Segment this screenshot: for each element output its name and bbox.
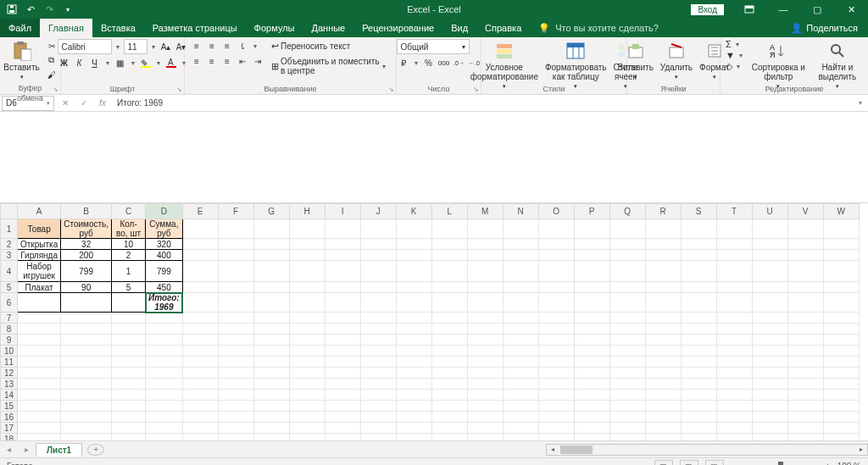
cell[interactable] [823, 379, 859, 390]
cell[interactable] [396, 412, 431, 423]
row-header[interactable]: 9 [1, 335, 18, 346]
cell[interactable] [787, 219, 823, 239]
cell[interactable] [289, 357, 325, 368]
cell[interactable] [503, 261, 538, 282]
cell[interactable] [716, 368, 752, 379]
cell[interactable] [467, 401, 503, 412]
cell[interactable] [218, 261, 253, 282]
cell[interactable] [467, 335, 503, 346]
col-header[interactable]: H [289, 204, 325, 219]
tab-review[interactable]: Рецензирование [353, 19, 442, 37]
underline-button[interactable]: Ч [88, 56, 102, 69]
cell[interactable] [823, 357, 859, 368]
cell[interactable] [787, 250, 823, 261]
cell[interactable] [752, 293, 787, 313]
orientation-icon[interactable]: ⤹ [236, 39, 249, 53]
cell[interactable] [218, 250, 253, 261]
cell[interactable] [467, 250, 503, 261]
merge-center-button[interactable]: ⊞ Объединить и поместить в центре ▾ [268, 55, 391, 77]
cell[interactable] [681, 313, 716, 324]
cell[interactable] [467, 423, 503, 434]
cell[interactable] [325, 423, 360, 434]
cell[interactable] [61, 313, 112, 324]
row-header[interactable]: 16 [1, 412, 18, 423]
cell[interactable] [360, 324, 396, 335]
cell[interactable] [431, 423, 467, 434]
cell[interactable] [396, 357, 431, 368]
cell[interactable] [574, 412, 609, 423]
cell[interactable]: 200 [61, 250, 112, 261]
cell[interactable] [787, 261, 823, 282]
cell[interactable] [645, 379, 681, 390]
row-header[interactable]: 15 [1, 401, 18, 412]
cell[interactable]: Плакат [18, 282, 61, 293]
cell[interactable] [716, 346, 752, 357]
col-header[interactable]: B [61, 204, 112, 219]
cell[interactable] [218, 282, 253, 293]
cell[interactable] [61, 412, 112, 423]
cell[interactable] [325, 324, 360, 335]
cell[interactable] [609, 401, 645, 412]
cell[interactable] [18, 324, 61, 335]
cell[interactable] [112, 335, 146, 346]
col-header[interactable]: D [146, 204, 183, 219]
cell[interactable] [182, 313, 218, 324]
cell[interactable] [360, 401, 396, 412]
page-break-view-icon[interactable]: ▤ [705, 460, 724, 466]
cell[interactable] [716, 313, 752, 324]
cell[interactable] [787, 401, 823, 412]
cell[interactable] [18, 401, 61, 412]
cell[interactable] [18, 379, 61, 390]
cell[interactable] [538, 390, 574, 401]
cell[interactable] [253, 250, 289, 261]
cell[interactable] [823, 324, 859, 335]
cell[interactable] [431, 379, 467, 390]
cell[interactable] [325, 401, 360, 412]
col-header[interactable]: O [538, 204, 574, 219]
cell[interactable] [112, 390, 146, 401]
cell[interactable] [396, 368, 431, 379]
cell[interactable] [574, 346, 609, 357]
cell[interactable] [431, 239, 467, 250]
cell[interactable] [431, 434, 467, 441]
col-header[interactable]: A [18, 204, 61, 219]
cell[interactable] [289, 390, 325, 401]
row-header[interactable]: 11 [1, 357, 18, 368]
cell[interactable] [467, 346, 503, 357]
cell[interactable] [645, 390, 681, 401]
cell[interactable] [681, 357, 716, 368]
cell[interactable] [146, 379, 183, 390]
minimize-icon[interactable]: — [766, 0, 800, 19]
normal-view-icon[interactable]: ▦ [654, 460, 673, 466]
cell[interactable] [823, 423, 859, 434]
row-header[interactable]: 18 [1, 434, 18, 441]
cell[interactable] [61, 379, 112, 390]
cell[interactable] [787, 313, 823, 324]
cell[interactable] [360, 313, 396, 324]
cell[interactable] [182, 282, 218, 293]
cell[interactable] [823, 282, 859, 293]
cell[interactable] [716, 390, 752, 401]
cell[interactable] [467, 379, 503, 390]
cell[interactable] [716, 412, 752, 423]
cell[interactable] [574, 390, 609, 401]
cell[interactable] [609, 313, 645, 324]
cell[interactable] [431, 412, 467, 423]
tell-me[interactable]: 💡 Что вы хотите сделать? [530, 19, 667, 37]
cell[interactable] [431, 357, 467, 368]
cell[interactable] [289, 293, 325, 313]
zoom-in-icon[interactable]: + [826, 462, 831, 465]
cell[interactable] [182, 423, 218, 434]
cell[interactable] [609, 434, 645, 441]
cell[interactable] [61, 368, 112, 379]
cell[interactable] [503, 335, 538, 346]
cell[interactable] [503, 434, 538, 441]
font-color-icon[interactable]: A [164, 56, 178, 69]
row-header[interactable]: 8 [1, 324, 18, 335]
cell[interactable] [146, 324, 183, 335]
cell[interactable] [467, 434, 503, 441]
cell[interactable] [360, 219, 396, 239]
cell[interactable]: 32 [61, 239, 112, 250]
ribbon-display-icon[interactable] [732, 0, 766, 19]
cell[interactable] [503, 282, 538, 293]
